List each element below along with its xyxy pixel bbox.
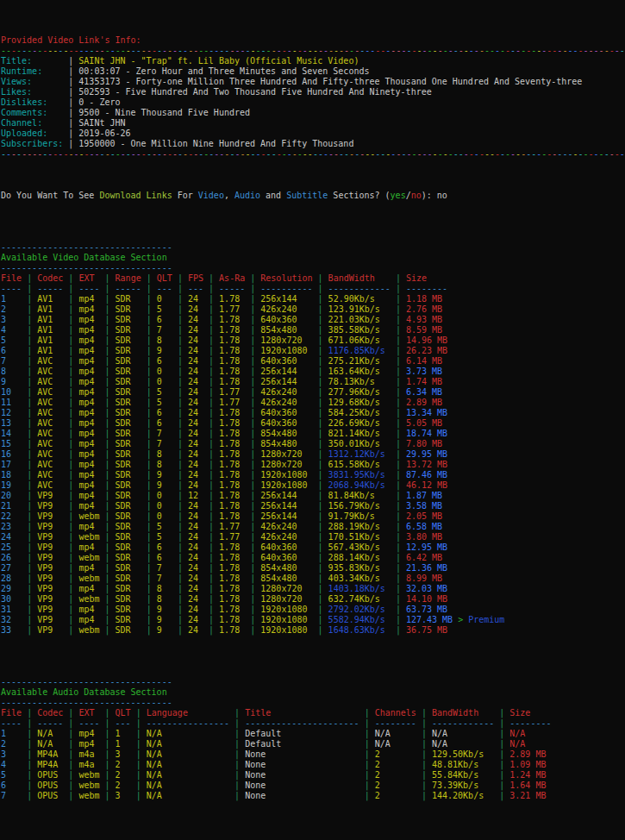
table-cell: SDR	[116, 542, 141, 552]
table-cell: VP9	[37, 511, 63, 521]
table-cell: webm	[78, 511, 99, 521]
size-cell: 13.34 MB	[406, 408, 447, 417]
underline-dashes: -----	[37, 718, 63, 728]
table-cell: 24	[188, 315, 203, 324]
table-cell: AVC	[37, 408, 63, 417]
column-header: Resolution	[260, 273, 312, 283]
table-cell: AVC	[37, 367, 63, 376]
table-cell: MP4A	[37, 749, 63, 759]
table-cell: SDR	[116, 511, 141, 521]
table-cell: 6	[157, 553, 172, 562]
bandwidth-cell: N/A	[432, 739, 494, 749]
info-row: Title: | SAINt JHN - "Trap" ft. Lil Baby…	[1, 56, 625, 66]
table-cell: OPUS	[37, 780, 63, 790]
info-divider: |	[68, 56, 78, 66]
underline-dashes: ----	[78, 718, 99, 728]
size-cell: N/A	[509, 729, 525, 738]
separator-dash: -	[620, 149, 625, 159]
file-number: 13	[1, 418, 22, 428]
resolution-cell: 426x240	[260, 387, 312, 397]
resolution-cell: 854x480	[260, 574, 312, 583]
size-cell: 6.42 MB	[406, 553, 442, 562]
info-divider: |	[68, 129, 78, 138]
rainbow-separator: ----------------------------------------…	[1, 149, 625, 160]
bandwidth-cell: 78.13Kb/s	[328, 377, 391, 386]
table-cell: SDR	[116, 460, 141, 469]
info-row: Runtime: | 00:03:07 - Zero Hour and Thre…	[1, 66, 625, 77]
table-cell: N/A	[37, 729, 63, 738]
table-cell: mp4	[78, 335, 99, 345]
video-section-title: Available Video Database Section	[1, 253, 625, 263]
video-table-header-underline: ---- | ----- | ---- | ----- | --- | --- …	[1, 284, 625, 294]
table-cell: 1.77	[219, 304, 245, 314]
bandwidth-cell: 277.96Kb/s	[328, 387, 391, 397]
table-cell: 9	[157, 615, 172, 624]
table-cell: AVC	[37, 460, 63, 469]
table-cell: AVC	[37, 398, 63, 407]
table-cell: 1.78	[219, 449, 245, 459]
size-cell: 87.46 MB	[406, 470, 447, 480]
audio-table-row: 5 | OPUS | webm | 2 | N/A | None | 2 | 5…	[1, 770, 625, 780]
bandwidth-cell: 5582.94Kb/s	[328, 615, 391, 624]
column-header: QLT	[157, 273, 172, 283]
info-value: 1950000 - One Million Nine Hundred And F…	[78, 139, 353, 148]
table-cell: VP9	[37, 594, 63, 604]
video-table-row: 33 | VP9 | webm | SDR | 9 | 24 | 1.78 | …	[1, 625, 625, 636]
table-cell: AV1	[37, 335, 63, 345]
video-table-row: 31 | VP9 | mp4 | SDR | 9 | 24 | 1.78 | 1…	[1, 605, 625, 615]
table-cell: SDR	[116, 470, 141, 480]
table-cell: 24	[188, 532, 203, 542]
file-number: 26	[1, 553, 22, 562]
table-cell: mp4	[78, 315, 99, 324]
table-cell: 6	[157, 408, 172, 417]
table-cell: 8	[157, 584, 172, 593]
table-cell: SDR	[116, 356, 141, 366]
table-cell: 24	[188, 418, 203, 428]
size-cell: 5.05 MB	[406, 418, 442, 428]
size-cell: 3.58 MB	[406, 501, 442, 511]
table-cell: 1.77	[219, 387, 245, 397]
video-table-row: 2 | AV1 | mp4 | SDR | 5 | 24 | 1.77 | 42…	[1, 304, 625, 315]
separator-dashes: ---------------------------------	[1, 242, 172, 252]
table-cell: 1.77	[219, 398, 245, 407]
table-cell: 9	[157, 346, 172, 355]
prompt-text: Subtitle	[286, 191, 328, 200]
bandwidth-cell: 567.43Kb/s	[328, 542, 391, 552]
resolution-cell: 256x144	[260, 377, 312, 386]
video-table-row: 30 | VP9 | webm | SDR | 8 | 24 | 1.78 | …	[1, 594, 625, 605]
table-cell: mp4	[78, 480, 99, 490]
size-cell: 1.64 MB	[509, 780, 546, 790]
table-cell: 6	[157, 418, 172, 428]
info-value: 0 - Zero	[78, 97, 120, 107]
table-cell: 6	[157, 542, 172, 552]
resolution-cell: 256x144	[260, 367, 312, 376]
table-cell: 1.78	[219, 511, 245, 521]
bandwidth-cell: 632.74Kb/s	[328, 594, 391, 604]
size-cell: 21.36 MB	[406, 563, 447, 573]
table-cell: mp4	[78, 449, 99, 459]
table-cell: 24	[188, 398, 203, 407]
column-header: EXT	[78, 273, 99, 283]
info-row: Comments: | 9500 - Nine Thousand Five Hu…	[1, 108, 625, 118]
resolution-cell: 256x144	[260, 511, 312, 521]
table-cell: mp4	[78, 542, 99, 552]
size-cell: N/A	[509, 739, 525, 749]
table-cell: 24	[188, 449, 203, 459]
table-cell: SDR	[116, 574, 141, 583]
size-cell: 7.80 MB	[406, 439, 442, 448]
table-cell: 2	[116, 760, 131, 769]
table-cell: SDR	[116, 429, 141, 438]
download-links-prompt: Do You Want To See Download Links For Vi…	[1, 180, 625, 222]
table-cell: AVC	[37, 439, 63, 448]
video-table-row: 19 | AVC | mp4 | SDR | 9 | 24 | 1.78 | 1…	[1, 480, 625, 491]
bandwidth-cell: 129.68Kb/s	[328, 398, 391, 407]
video-table-row: 5 | AV1 | mp4 | SDR | 8 | 24 | 1.78 | 12…	[1, 335, 625, 346]
column-header: Size	[406, 273, 447, 283]
video-table-row: 21 | VP9 | mp4 | SDR | 0 | 24 | 1.78 | 2…	[1, 501, 625, 511]
table-cell: AVC	[37, 480, 63, 490]
video-table-row: 17 | AVC | mp4 | SDR | 8 | 24 | 1.78 | 1…	[1, 460, 625, 470]
table-cell: 12	[188, 491, 203, 500]
size-cell: 36.75 MB	[406, 625, 447, 635]
file-number: 3	[1, 315, 22, 324]
video-table-row: 8 | AVC | mp4 | SDR | 0 | 24 | 1.78 | 25…	[1, 367, 625, 377]
